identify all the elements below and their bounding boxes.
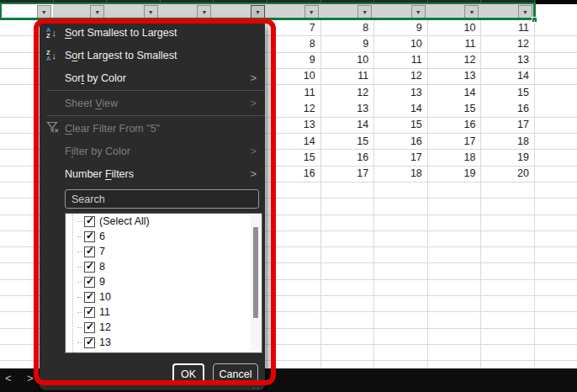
- data-cell[interactable]: 15: [481, 85, 535, 101]
- dropdown-arrow-icon: ▼: [255, 9, 261, 15]
- data-cell[interactable]: 16: [481, 101, 535, 117]
- dropdown-arrow-icon: ▼: [201, 9, 207, 15]
- annotation-rectangle: [34, 19, 276, 385]
- data-cell[interactable]: 12: [374, 68, 428, 84]
- next-sheet-icon[interactable]: >: [27, 372, 34, 384]
- data-cell[interactable]: 15: [321, 134, 375, 150]
- data-cell[interactable]: 11: [428, 36, 482, 52]
- data-cell[interactable]: 17: [428, 134, 482, 150]
- data-cell[interactable]: 20: [481, 166, 535, 182]
- filter-dropdown-button[interactable]: ▼: [304, 5, 319, 19]
- data-cell[interactable]: 12: [481, 36, 535, 52]
- filter-dropdown-button-active[interactable]: ▼: [251, 5, 265, 19]
- data-cell[interactable]: 10: [428, 20, 482, 36]
- data-cell[interactable]: 10: [374, 36, 428, 52]
- data-cells-region: 7891011891011129101112131011121314111213…: [267, 20, 535, 183]
- data-cell[interactable]: 9: [374, 20, 428, 36]
- data-cell[interactable]: 16: [374, 134, 428, 150]
- data-cell[interactable]: 8: [321, 20, 375, 36]
- filter-dropdown-button[interactable]: ▼: [411, 5, 426, 19]
- data-cell[interactable]: 10: [321, 52, 375, 68]
- data-cell[interactable]: 15: [428, 101, 482, 117]
- filter-dropdown-button[interactable]: ▼: [357, 5, 372, 19]
- data-cell[interactable]: 13: [481, 52, 535, 68]
- filter-dropdown-button[interactable]: ▼: [37, 5, 51, 19]
- dropdown-arrow-icon: ▼: [468, 9, 474, 15]
- data-cell[interactable]: 19: [428, 166, 482, 182]
- data-cell[interactable]: 17: [481, 117, 535, 133]
- dropdown-arrow-icon: ▼: [148, 9, 154, 15]
- dropdown-arrow-icon: ▼: [416, 9, 421, 15]
- data-cell[interactable]: 13: [321, 101, 375, 117]
- dropdown-arrow-icon: ▼: [94, 9, 100, 15]
- filter-dropdown-button[interactable]: ▼: [90, 5, 104, 19]
- data-cell[interactable]: 12: [428, 52, 482, 68]
- column-headers-strip-unselected: [536, 0, 577, 4]
- data-cell[interactable]: 11: [481, 20, 535, 36]
- data-cell[interactable]: 14: [374, 101, 428, 117]
- data-cell[interactable]: 14: [428, 85, 482, 101]
- dropdown-arrow-icon: ▼: [41, 9, 47, 15]
- data-cell[interactable]: 17: [374, 150, 428, 166]
- data-cell[interactable]: 18: [428, 150, 482, 166]
- data-cell[interactable]: 14: [481, 68, 535, 84]
- excel-window: ▼▼▼▼▼▼▼▼▼▼ 78910118910111291011121310111…: [0, 0, 577, 392]
- previous-sheet-icon[interactable]: <: [5, 372, 12, 384]
- dropdown-arrow-icon: ▼: [362, 9, 368, 15]
- dropdown-arrow-icon: ▼: [309, 9, 315, 15]
- data-cell[interactable]: 14: [321, 117, 375, 133]
- data-cell[interactable]: 16: [321, 150, 375, 166]
- filter-dropdown-button[interactable]: ▼: [518, 5, 532, 19]
- data-cell[interactable]: 19: [481, 150, 535, 166]
- data-cell[interactable]: 11: [321, 68, 375, 84]
- filter-dropdown-button[interactable]: ▼: [197, 5, 211, 19]
- data-cell[interactable]: 18: [374, 166, 428, 182]
- data-cell[interactable]: 12: [321, 85, 375, 101]
- filter-dropdown-button[interactable]: ▼: [144, 5, 158, 19]
- data-cell[interactable]: 17: [321, 166, 375, 182]
- data-cell[interactable]: 16: [428, 117, 482, 133]
- data-cell[interactable]: 18: [481, 134, 535, 150]
- dropdown-arrow-icon: ▼: [522, 9, 528, 15]
- data-cell[interactable]: 15: [374, 117, 428, 133]
- data-cell[interactable]: 13: [428, 68, 482, 84]
- filter-dropdown-button[interactable]: ▼: [464, 5, 479, 19]
- data-cell[interactable]: 13: [374, 85, 428, 101]
- data-cell[interactable]: 9: [321, 36, 375, 52]
- data-cell[interactable]: 11: [374, 52, 428, 68]
